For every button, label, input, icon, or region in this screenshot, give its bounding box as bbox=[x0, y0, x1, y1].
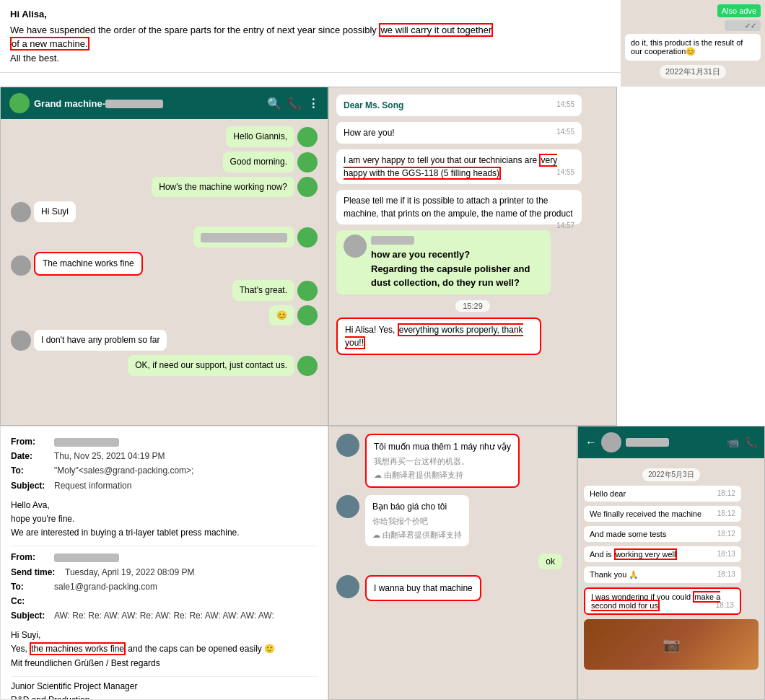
list-item: And is working very well 18:13 bbox=[584, 546, 741, 562]
bubble-hows-machine: How's the machine working now? bbox=[152, 177, 294, 198]
middle-chat-body: GR Dear Ms. Song 14:55 How are you! 14:5… bbox=[329, 87, 616, 425]
avatar bbox=[297, 177, 318, 197]
bubble-emoji: 😊 bbox=[269, 305, 294, 326]
list-item: We finally received the machine 18:12 bbox=[584, 506, 741, 522]
avatar bbox=[11, 202, 31, 222]
more-icon[interactable]: ⋮ bbox=[307, 97, 319, 110]
email-subject-2: Subject: AW: Re: Re: AW: AW: Re: AW: Re:… bbox=[11, 609, 318, 623]
bottom-right-chat-panel: ← 📹 📞 2022年5月3日 Hello dear 18:12 We fina… bbox=[577, 426, 765, 700]
table-row: Good morning. bbox=[8, 152, 320, 172]
email-from-1: From: bbox=[11, 435, 318, 449]
avatar bbox=[11, 331, 31, 351]
subject-value-2: AW: Re: Re: AW: AW: Re: AW: Re: Re: AW: … bbox=[54, 609, 274, 623]
bubble-hello-giannis: Hello Giannis, bbox=[226, 126, 294, 147]
to-value-2: sale1@grand-packing.com bbox=[54, 580, 157, 594]
avatar bbox=[297, 152, 318, 172]
email-cc: Cc: bbox=[11, 595, 318, 608]
avatar bbox=[336, 434, 359, 457]
to-value: "Moly"<sales@grand-packing.com>; bbox=[54, 464, 193, 478]
list-item: Hello dear 18:12 bbox=[584, 486, 741, 502]
bubble-thats-great: That's great. bbox=[232, 280, 294, 301]
bubble-good-morning: Good morning. bbox=[223, 152, 294, 172]
bottom-middle-chat-body: Tôi muốn mua thêm 1 máy như vậy 我想再买一台这样… bbox=[329, 426, 577, 699]
contact-name bbox=[626, 438, 669, 447]
wa-chat-header: ← 📹 📞 bbox=[578, 426, 764, 458]
list-item: Tôi muốn mua thêm 1 máy như vậy 我想再买一台这样… bbox=[336, 434, 569, 488]
phone-icon[interactable]: 📞 bbox=[745, 437, 757, 448]
table-row: OK, if need our support, just contact us… bbox=[8, 355, 320, 376]
video-icon[interactable]: 📹 bbox=[727, 437, 739, 448]
time-badge-1529: 15:29 bbox=[455, 300, 490, 312]
date-badge-jan31: 2022年1月31日 bbox=[660, 65, 726, 79]
bubble-price-quote: Bạn báo giá cho tôi 你给我报个价吧 ☁ 由翻译君提供翻译支持 bbox=[365, 495, 469, 546]
bubble-wanna-buy: Tôi muốn mua thêm 1 máy như vậy 我想再买一台这样… bbox=[365, 434, 520, 488]
bubble-no-problem: I don't have any problem so far bbox=[34, 330, 167, 351]
list-item: I was wondering if you could make a seco… bbox=[584, 587, 741, 615]
email-body-line1: We have suspended the order of the spare… bbox=[10, 23, 611, 38]
department: R&D and Production bbox=[11, 694, 318, 700]
avatar bbox=[601, 432, 621, 452]
date-value: Thu, Nov 25, 2021 04:19 PM bbox=[54, 450, 165, 463]
email-body-1: Hello Ava, hope you're fine. We are inte… bbox=[11, 499, 318, 541]
job-title: Junior Scientific Project Manager bbox=[11, 680, 318, 694]
email-body-2: Hi Suyi, Yes, the machines works fine an… bbox=[11, 629, 318, 670]
bottom-left-email-section: From: Date: Thu, Nov 25, 2021 04:19 PM T… bbox=[0, 426, 328, 700]
back-arrow-icon[interactable]: ← bbox=[585, 436, 597, 449]
subject-label: Subject: bbox=[11, 479, 54, 493]
from-label-2: From: bbox=[11, 551, 54, 564]
coop-message: do it, this product is the result of our… bbox=[625, 34, 761, 61]
email-date-1: Date: Thu, Nov 25, 2021 04:19 PM bbox=[11, 450, 318, 463]
highlight-machines-works-fine: the machines works fine bbox=[30, 642, 126, 655]
bubble-ok: ok bbox=[538, 554, 562, 569]
email-sendtime: Send time: Tuesday, April 19, 2022 08:09… bbox=[11, 566, 318, 579]
bubble-hi-suyi: Hi Suyi bbox=[34, 201, 76, 222]
sendtime-value: Tuesday, April 19, 2022 08:09 PM bbox=[65, 566, 194, 579]
highlight-of-new-machine: of a new machine. bbox=[10, 37, 89, 51]
top-email-section: Hi Alisa, We have suspended the order of… bbox=[0, 0, 621, 73]
top-right-whatsapp: Also adve ✓✓ do it, this product is the … bbox=[621, 0, 765, 87]
email-subject-1: Subject: Request information bbox=[11, 479, 318, 493]
email-greeting: Hi Alisa, bbox=[10, 7, 611, 22]
avatar bbox=[11, 255, 31, 276]
from-value-2 bbox=[54, 551, 119, 564]
avatar bbox=[297, 127, 318, 147]
list-item: Dear Ms. Song 14:55 bbox=[336, 95, 582, 116]
date-label: Date: bbox=[11, 450, 54, 463]
email-footer: Junior Scientific Project Manager R&D an… bbox=[11, 676, 318, 700]
header-icons: 📹 📞 bbox=[727, 437, 757, 448]
avatar bbox=[336, 495, 359, 518]
list-item: And made some tests 18:12 bbox=[584, 526, 741, 542]
phone-icon[interactable]: 📞 bbox=[287, 97, 302, 110]
avatar bbox=[297, 305, 318, 325]
bubble-blurred bbox=[193, 227, 294, 248]
list-item: I am very happy to tell you that our tec… bbox=[336, 149, 582, 184]
msg-sender: Dear Ms. Song bbox=[344, 100, 403, 110]
bubble-ok-contact: OK, if need our support, just contact us… bbox=[128, 355, 294, 376]
email-sign-off: All the best. bbox=[10, 51, 611, 66]
left-chat-title: Grand machine- bbox=[34, 98, 163, 109]
email-to-2: To: sale1@grand-packing.com bbox=[11, 580, 318, 594]
table-row: That's great. bbox=[8, 280, 320, 301]
highlight-working-very-well: working very well bbox=[614, 548, 678, 560]
list-item: Hi Alisa! Yes, everything works properly… bbox=[336, 318, 541, 355]
table-row: Hello Giannis, bbox=[8, 126, 320, 147]
search-icon[interactable]: 🔍 bbox=[267, 97, 281, 110]
subject-value: Request information bbox=[54, 479, 131, 493]
list-item: how are you recently?Regarding the capsu… bbox=[336, 230, 551, 294]
avatar bbox=[336, 575, 359, 598]
left-chat-header: Grand machine- 🔍 📞 ⋮ bbox=[1, 87, 328, 119]
list-item: Please tell me if it is possible to atta… bbox=[336, 190, 582, 224]
to-label: To: bbox=[11, 464, 54, 478]
bottom-middle-chat-panel: Tôi muốn mua thêm 1 máy như vậy 我想再买一台这样… bbox=[328, 426, 577, 700]
sendtime-label: Send time: bbox=[11, 566, 65, 579]
email-to-1: To: "Moly"<sales@grand-packing.com>; bbox=[11, 464, 318, 478]
to-label-2: To: bbox=[11, 580, 54, 594]
table-row: Hi Suyi bbox=[8, 201, 320, 222]
product-photo: 📷 bbox=[584, 619, 759, 670]
bubble-machine-works-fine: The machine works fine bbox=[34, 252, 143, 276]
list-item: ok bbox=[336, 554, 569, 569]
highlight-ggs118: very happy with the GGS-118 (5 filling h… bbox=[344, 154, 557, 180]
from-label: From: bbox=[11, 435, 54, 449]
avatar bbox=[297, 227, 318, 248]
table-row: I don't have any problem so far bbox=[8, 330, 320, 351]
